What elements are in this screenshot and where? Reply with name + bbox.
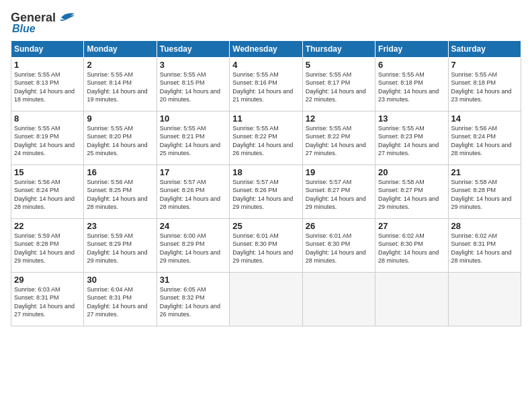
day-number: 17 (160, 167, 226, 177)
calendar-day-cell (375, 272, 448, 326)
weekday-header-row: SundayMondayTuesdayWednesdayThursdayFrid… (11, 40, 521, 57)
calendar-week-row: 8 Sunrise: 5:55 AM Sunset: 8:19 PM Dayli… (11, 111, 521, 165)
calendar-day-cell: 4 Sunrise: 5:55 AM Sunset: 8:16 PM Dayli… (230, 57, 302, 111)
calendar-body: 1 Sunrise: 5:55 AM Sunset: 8:13 PM Dayli… (11, 57, 521, 326)
weekday-header-cell: Thursday (302, 40, 375, 57)
day-info: Sunrise: 5:55 AM Sunset: 8:17 PM Dayligh… (306, 71, 372, 104)
calendar-day-cell: 14 Sunrise: 5:56 AM Sunset: 8:24 PM Dayl… (448, 111, 521, 165)
day-number: 8 (14, 113, 81, 124)
calendar-day-cell: 30 Sunrise: 6:04 AM Sunset: 8:31 PM Dayl… (84, 272, 157, 326)
calendar-day-cell: 8 Sunrise: 5:55 AM Sunset: 8:19 PM Dayli… (11, 111, 84, 165)
day-number: 12 (306, 113, 372, 124)
day-number: 7 (451, 60, 518, 70)
day-info: Sunrise: 5:58 AM Sunset: 8:28 PM Dayligh… (451, 178, 518, 212)
calendar-day-cell: 19 Sunrise: 5:57 AM Sunset: 8:27 PM Dayl… (302, 165, 375, 218)
day-number: 25 (232, 221, 299, 231)
calendar-day-cell: 29 Sunrise: 6:03 AM Sunset: 8:31 PM Dayl… (11, 272, 84, 326)
calendar-day-cell: 23 Sunrise: 5:59 AM Sunset: 8:29 PM Dayl… (84, 218, 157, 272)
day-info: Sunrise: 5:56 AM Sunset: 8:25 PM Dayligh… (87, 178, 153, 212)
day-number: 2 (87, 60, 153, 70)
day-info: Sunrise: 5:55 AM Sunset: 8:23 PM Dayligh… (378, 124, 445, 158)
weekday-header-cell: Monday (84, 40, 157, 57)
calendar-day-cell: 18 Sunrise: 5:57 AM Sunset: 8:26 PM Dayl… (230, 165, 302, 218)
calendar-day-cell: 2 Sunrise: 5:55 AM Sunset: 8:14 PM Dayli… (84, 57, 157, 111)
day-info: Sunrise: 5:57 AM Sunset: 8:27 PM Dayligh… (306, 178, 372, 212)
calendar-day-cell: 16 Sunrise: 5:56 AM Sunset: 8:25 PM Dayl… (84, 165, 157, 218)
day-info: Sunrise: 5:55 AM Sunset: 8:22 PM Dayligh… (232, 124, 299, 158)
logo-bird-icon (56, 11, 76, 26)
day-info: Sunrise: 6:04 AM Sunset: 8:31 PM Dayligh… (87, 285, 153, 319)
calendar-week-row: 1 Sunrise: 5:55 AM Sunset: 8:13 PM Dayli… (11, 57, 521, 111)
calendar-week-row: 29 Sunrise: 6:03 AM Sunset: 8:31 PM Dayl… (11, 272, 521, 326)
calendar-day-cell: 1 Sunrise: 5:55 AM Sunset: 8:13 PM Dayli… (11, 57, 84, 111)
day-number: 14 (451, 113, 518, 124)
calendar-day-cell: 13 Sunrise: 5:55 AM Sunset: 8:23 PM Dayl… (375, 111, 448, 165)
day-number: 15 (14, 167, 81, 177)
day-info: Sunrise: 6:02 AM Sunset: 8:31 PM Dayligh… (451, 232, 518, 265)
day-number: 20 (378, 167, 445, 177)
calendar-day-cell: 24 Sunrise: 6:00 AM Sunset: 8:29 PM Dayl… (157, 218, 229, 272)
day-number: 29 (14, 275, 81, 285)
calendar-day-cell: 20 Sunrise: 5:58 AM Sunset: 8:27 PM Dayl… (375, 165, 448, 218)
day-number: 5 (306, 60, 372, 70)
day-number: 10 (160, 113, 226, 124)
day-number: 16 (87, 167, 153, 177)
calendar-day-cell: 15 Sunrise: 5:56 AM Sunset: 8:24 PM Dayl… (11, 165, 84, 218)
day-info: Sunrise: 5:55 AM Sunset: 8:18 PM Dayligh… (378, 71, 445, 104)
day-number: 6 (378, 60, 445, 70)
weekday-header-cell: Sunday (11, 40, 84, 57)
day-info: Sunrise: 6:01 AM Sunset: 8:30 PM Dayligh… (306, 232, 372, 265)
calendar-day-cell: 7 Sunrise: 5:55 AM Sunset: 8:18 PM Dayli… (448, 57, 521, 111)
day-info: Sunrise: 5:55 AM Sunset: 8:22 PM Dayligh… (306, 124, 372, 158)
calendar-table: SundayMondayTuesdayWednesdayThursdayFrid… (11, 40, 521, 326)
header: General Blue (11, 11, 521, 35)
calendar-day-cell: 17 Sunrise: 5:57 AM Sunset: 8:26 PM Dayl… (157, 165, 229, 218)
calendar-week-row: 15 Sunrise: 5:56 AM Sunset: 8:24 PM Dayl… (11, 165, 521, 218)
calendar-day-cell: 11 Sunrise: 5:55 AM Sunset: 8:22 PM Dayl… (230, 111, 302, 165)
day-number: 1 (14, 60, 81, 70)
day-number: 21 (451, 167, 518, 177)
day-info: Sunrise: 6:00 AM Sunset: 8:29 PM Dayligh… (160, 232, 226, 265)
calendar-day-cell: 28 Sunrise: 6:02 AM Sunset: 8:31 PM Dayl… (448, 218, 521, 272)
day-number: 30 (87, 275, 153, 285)
day-number: 18 (232, 167, 299, 177)
page-container: General Blue SundayMondayTuesdayWednesda… (0, 0, 532, 332)
weekday-header-cell: Tuesday (157, 40, 229, 57)
day-number: 28 (451, 221, 518, 231)
day-info: Sunrise: 5:57 AM Sunset: 8:26 PM Dayligh… (232, 178, 299, 212)
weekday-header-cell: Saturday (448, 40, 521, 57)
day-number: 19 (306, 167, 372, 177)
calendar-week-row: 22 Sunrise: 5:59 AM Sunset: 8:28 PM Dayl… (11, 218, 521, 272)
day-number: 22 (14, 221, 81, 231)
calendar-day-cell (302, 272, 375, 326)
day-number: 27 (378, 221, 445, 231)
day-number: 3 (160, 60, 226, 70)
day-number: 4 (232, 60, 299, 70)
logo: General Blue (11, 11, 76, 35)
calendar-day-cell: 22 Sunrise: 5:59 AM Sunset: 8:28 PM Dayl… (11, 218, 84, 272)
day-info: Sunrise: 5:55 AM Sunset: 8:19 PM Dayligh… (14, 124, 81, 158)
calendar-day-cell: 5 Sunrise: 5:55 AM Sunset: 8:17 PM Dayli… (302, 57, 375, 111)
day-info: Sunrise: 6:01 AM Sunset: 8:30 PM Dayligh… (232, 232, 299, 265)
calendar-day-cell: 3 Sunrise: 5:55 AM Sunset: 8:15 PM Dayli… (157, 57, 229, 111)
day-info: Sunrise: 5:55 AM Sunset: 8:20 PM Dayligh… (87, 124, 153, 158)
calendar-day-cell: 10 Sunrise: 5:55 AM Sunset: 8:21 PM Dayl… (157, 111, 229, 165)
day-info: Sunrise: 5:56 AM Sunset: 8:24 PM Dayligh… (14, 178, 81, 212)
calendar-day-cell: 9 Sunrise: 5:55 AM Sunset: 8:20 PM Dayli… (84, 111, 157, 165)
day-info: Sunrise: 5:59 AM Sunset: 8:29 PM Dayligh… (87, 232, 153, 265)
day-info: Sunrise: 5:55 AM Sunset: 8:14 PM Dayligh… (87, 71, 153, 104)
calendar-day-cell: 12 Sunrise: 5:55 AM Sunset: 8:22 PM Dayl… (302, 111, 375, 165)
day-number: 26 (306, 221, 372, 231)
day-number: 9 (87, 113, 153, 124)
day-info: Sunrise: 5:58 AM Sunset: 8:27 PM Dayligh… (378, 178, 445, 212)
day-number: 11 (232, 113, 299, 124)
day-info: Sunrise: 5:55 AM Sunset: 8:21 PM Dayligh… (160, 124, 226, 158)
calendar-day-cell: 27 Sunrise: 6:02 AM Sunset: 8:30 PM Dayl… (375, 218, 448, 272)
logo-blue-text: Blue (12, 23, 36, 35)
day-info: Sunrise: 6:02 AM Sunset: 8:30 PM Dayligh… (378, 232, 445, 265)
calendar-day-cell: 21 Sunrise: 5:58 AM Sunset: 8:28 PM Dayl… (448, 165, 521, 218)
day-number: 31 (160, 275, 226, 285)
day-info: Sunrise: 5:56 AM Sunset: 8:24 PM Dayligh… (451, 124, 518, 158)
day-info: Sunrise: 5:55 AM Sunset: 8:16 PM Dayligh… (232, 71, 299, 104)
day-info: Sunrise: 5:55 AM Sunset: 8:18 PM Dayligh… (451, 71, 518, 104)
